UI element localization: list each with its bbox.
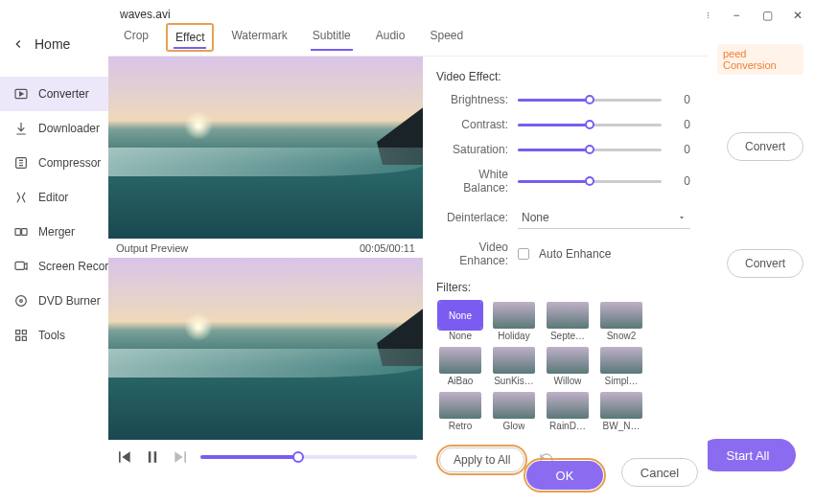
- close-window-icon[interactable]: ✕: [788, 6, 807, 25]
- filter-thumb: [600, 392, 642, 419]
- brightness-label: Brightness:: [436, 93, 508, 106]
- filter-none[interactable]: None: [436, 302, 484, 341]
- svg-point-6: [16, 296, 27, 307]
- brightness-row: Brightness: 0: [436, 93, 690, 106]
- next-frame-icon[interactable]: [172, 447, 191, 467]
- background-right-panel: peed Conversion Convert Convert: [717, 44, 803, 278]
- filter-simple[interactable]: Simpl…: [597, 347, 645, 386]
- filter-thumb: [547, 347, 589, 374]
- white-balance-slider[interactable]: [518, 180, 662, 183]
- sidebar-item-downloader[interactable]: Downloader: [0, 111, 108, 146]
- dialog-tabs: Crop Effect Watermark Subtitle Audio Spe…: [108, 25, 708, 57]
- filter-sunkissed[interactable]: SunKis…: [490, 347, 538, 386]
- home-button[interactable]: Home: [0, 29, 108, 59]
- tab-speed[interactable]: Speed: [428, 25, 465, 50]
- svg-rect-10: [16, 336, 20, 340]
- svg-rect-12: [149, 451, 151, 463]
- contrast-slider[interactable]: [518, 124, 662, 126]
- filter-thumb: [547, 302, 589, 329]
- merger-icon: [13, 224, 29, 240]
- filter-thumb: [493, 302, 535, 329]
- filter-aibao[interactable]: AiBao: [436, 347, 484, 386]
- svg-rect-9: [22, 331, 26, 334]
- filter-label: Snow2: [607, 331, 637, 341]
- filter-holiday[interactable]: Holiday: [490, 302, 538, 341]
- tab-effect[interactable]: Effect: [174, 27, 206, 48]
- sidebar-item-compressor[interactable]: Compressor: [0, 146, 108, 180]
- auto-enhance-text: Auto Enhance: [539, 247, 611, 261]
- filter-label: Retro: [449, 421, 472, 431]
- downloader-icon: [13, 121, 29, 136]
- deinterlace-select[interactable]: None: [518, 206, 690, 229]
- sidebar-item-merger[interactable]: Merger: [0, 215, 108, 249]
- svg-rect-3: [15, 229, 20, 236]
- filter-glow[interactable]: Glow: [490, 392, 538, 431]
- deinterlace-row: Deinterlace: None: [436, 206, 690, 229]
- sidebar-item-label: Editor: [38, 191, 68, 204]
- filter-label: Septe…: [550, 331, 585, 341]
- prev-frame-icon[interactable]: [114, 447, 133, 467]
- saturation-value: 0: [671, 143, 690, 156]
- filter-willow[interactable]: Willow: [544, 347, 592, 386]
- filter-thumb: [439, 302, 481, 329]
- convert-button-2[interactable]: Convert: [727, 249, 803, 278]
- sidebar-item-label: Converter: [38, 87, 89, 101]
- sidebar-item-editor[interactable]: Editor: [0, 180, 108, 215]
- filter-label: BW_N…: [603, 421, 640, 431]
- tab-subtitle[interactable]: Subtitle: [311, 25, 353, 50]
- playback-progress[interactable]: [200, 455, 417, 459]
- tab-crop[interactable]: Crop: [122, 25, 151, 50]
- filter-thumb: [600, 302, 642, 329]
- video-enhance-row: Video Enhance: Auto Enhance: [436, 241, 690, 267]
- speed-conversion-pill: peed Conversion: [717, 44, 803, 75]
- filters-title: Filters:: [436, 281, 690, 294]
- dialog-footer: OK Cancel: [524, 458, 698, 493]
- filter-snow2[interactable]: Snow2: [597, 302, 645, 341]
- dialog-title: waves.avi: [108, 0, 708, 25]
- compressor-icon: [13, 155, 29, 171]
- convert-button-1[interactable]: Convert: [727, 132, 803, 161]
- filter-label: Simpl…: [604, 376, 638, 386]
- filter-label: SunKis…: [494, 376, 534, 386]
- sidebar-item-label: Merger: [38, 225, 75, 239]
- saturation-slider[interactable]: [518, 149, 662, 151]
- svg-rect-11: [22, 336, 26, 340]
- sidebar-item-label: Tools: [38, 329, 65, 342]
- tab-watermark[interactable]: Watermark: [229, 25, 289, 50]
- filter-raindrop[interactable]: RainD…: [544, 392, 592, 431]
- sidebar-item-converter[interactable]: Converter: [0, 77, 108, 111]
- chevron-down-icon: [677, 213, 687, 222]
- ok-button[interactable]: OK: [526, 461, 603, 490]
- dvd-icon: [13, 293, 29, 309]
- sidebar-item-dvd-burner[interactable]: DVD Burner: [0, 284, 108, 318]
- filter-thumb: [600, 347, 642, 374]
- filter-grid: None Holiday Septe… Snow2 AiBao SunKis… …: [436, 302, 690, 431]
- video-preview-output: [108, 258, 423, 440]
- start-all-button[interactable]: Start All: [700, 439, 796, 471]
- cancel-button[interactable]: Cancel: [621, 458, 698, 487]
- filter-retro[interactable]: Retro: [436, 392, 484, 431]
- pause-icon[interactable]: [143, 447, 162, 467]
- auto-enhance-checkbox[interactable]: [518, 248, 529, 260]
- white-balance-value: 0: [671, 174, 690, 188]
- sidebar-item-screen-recorder[interactable]: Screen Record: [0, 249, 108, 284]
- minimize-icon[interactable]: −: [727, 6, 746, 25]
- filter-thumb: [439, 347, 481, 374]
- brightness-slider[interactable]: [518, 99, 662, 102]
- white-balance-row: White Balance: 0: [436, 168, 690, 195]
- editor-icon: [13, 190, 29, 205]
- tab-audio[interactable]: Audio: [374, 25, 408, 50]
- maximize-icon[interactable]: ▢: [757, 6, 777, 25]
- filter-bw-natural[interactable]: BW_N…: [597, 392, 645, 431]
- video-preview-original: [108, 57, 423, 239]
- window-controls: ≡ − ▢ ✕: [696, 6, 807, 25]
- saturation-row: Saturation: 0: [436, 143, 690, 156]
- apply-to-all-button[interactable]: Apply to All: [439, 447, 524, 472]
- converter-icon: [13, 86, 29, 102]
- apply-all-highlight: Apply to All: [436, 445, 527, 475]
- video-enhance-label: Video Enhance:: [436, 241, 508, 267]
- sidebar-item-tools[interactable]: Tools: [0, 318, 108, 353]
- filter-september[interactable]: Septe…: [544, 302, 592, 341]
- ok-button-highlight: OK: [524, 458, 606, 493]
- sidebar-item-label: Screen Record: [38, 260, 108, 273]
